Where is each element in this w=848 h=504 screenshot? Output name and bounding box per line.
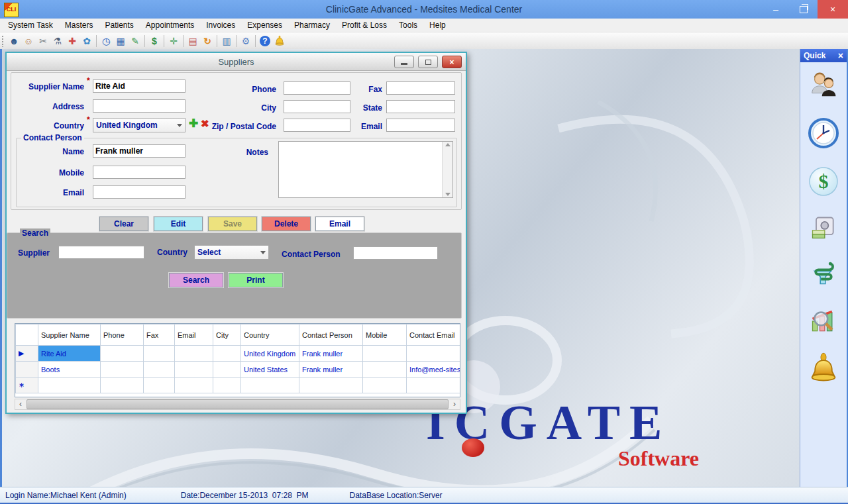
cell-contact-email[interactable] <box>407 378 461 393</box>
help-icon[interactable]: ? <box>260 36 270 46</box>
menu-system-task[interactable]: System Task <box>0 19 59 32</box>
address-input[interactable] <box>93 99 186 113</box>
menu-pharmacy[interactable]: Pharmacy <box>288 19 336 32</box>
dialog-maximize-button[interactable] <box>418 56 438 68</box>
row-selector-cell[interactable] <box>16 362 38 378</box>
pharmacy-bottle-icon[interactable]: ✛ <box>166 34 181 48</box>
cell-email[interactable] <box>175 362 213 378</box>
supplier-name-input[interactable] <box>93 79 186 93</box>
col-header-supplier-name[interactable]: Supplier Name <box>38 325 101 346</box>
row-selector-cell[interactable]: ∗ <box>16 378 38 393</box>
settings-gear-icon[interactable]: ⚙ <box>238 34 253 48</box>
cell-fax[interactable] <box>144 346 175 362</box>
lab-icon[interactable]: ⚗ <box>50 34 65 48</box>
col-header-phone[interactable]: Phone <box>101 325 144 346</box>
patients-icon[interactable] <box>808 70 839 103</box>
reports-analysis-icon[interactable] <box>809 307 838 338</box>
col-header-mobile[interactable]: Mobile <box>363 325 407 346</box>
window-close-button[interactable]: × <box>818 0 848 19</box>
billing-dollar-icon[interactable]: $ <box>808 166 839 200</box>
scroll-down-icon[interactable] <box>445 193 450 196</box>
expense-card-icon[interactable]: ▤ <box>186 34 200 48</box>
calendar-icon[interactable]: ▦ <box>113 34 128 48</box>
state-input[interactable] <box>386 100 455 113</box>
cell-email[interactable] <box>175 346 213 362</box>
window-restore-button[interactable] <box>790 0 818 19</box>
patient-icon[interactable]: ☺ <box>21 34 36 48</box>
cell-city[interactable] <box>213 346 241 362</box>
col-header-contact-person[interactable]: Contact Person <box>299 325 363 346</box>
col-header-city[interactable]: City <box>213 325 241 346</box>
cell-mobile[interactable] <box>363 362 407 378</box>
row-selector-cell[interactable]: ▶ <box>16 346 38 362</box>
notes-textarea[interactable] <box>278 141 453 198</box>
cell-country[interactable] <box>241 378 299 393</box>
report-chart-icon[interactable]: ▥ <box>219 34 234 48</box>
search-contact-person-input[interactable] <box>353 246 438 260</box>
cell-city[interactable] <box>213 378 241 393</box>
scroll-left-icon[interactable]: ‹ <box>15 399 26 409</box>
cell-phone[interactable] <box>101 378 144 393</box>
cell-city[interactable] <box>213 362 241 378</box>
clear-button[interactable]: Clear <box>99 217 148 231</box>
suppliers-dialog-titlebar[interactable]: Suppliers × <box>7 53 466 71</box>
cell-country[interactable]: United Kingdom <box>241 346 299 362</box>
cell-contact-person[interactable] <box>299 378 363 393</box>
col-header-country[interactable]: Country <box>241 325 299 346</box>
menu-help[interactable]: Help <box>423 19 452 32</box>
cell-supplier-name[interactable]: Boots <box>38 362 101 378</box>
contact-mobile-input[interactable] <box>93 166 186 179</box>
menu-tools[interactable]: Tools <box>393 19 423 32</box>
reminder-bell-icon[interactable] <box>272 34 287 48</box>
contact-email-input[interactable] <box>93 185 186 199</box>
search-country-select[interactable]: Select <box>194 245 269 260</box>
grid-horizontal-scrollbar[interactable]: ‹ › <box>15 399 460 410</box>
cell-phone[interactable] <box>101 362 144 378</box>
contact-name-input[interactable] <box>93 144 186 158</box>
col-header-contact-email[interactable]: Contact Email <box>407 325 461 346</box>
cell-contact-person[interactable]: Frank muller <box>299 346 363 362</box>
appointments-clock-icon[interactable]: ◷ <box>99 34 113 48</box>
menu-invoices[interactable]: Invoices <box>200 19 241 32</box>
appointments-clock-icon[interactable] <box>808 117 839 152</box>
cell-fax[interactable] <box>144 378 175 393</box>
cell-mobile[interactable] <box>363 378 407 393</box>
edit-button[interactable]: Edit <box>154 217 203 231</box>
cell-contact-email[interactable]: Info@med-sites.c <box>407 362 461 378</box>
cell-phone[interactable] <box>101 346 144 362</box>
scroll-right-icon[interactable]: › <box>449 399 460 409</box>
toolbar-grip[interactable] <box>1 35 5 47</box>
scrollbar-thumb[interactable] <box>26 399 449 409</box>
refresh-icon[interactable]: ↻ <box>200 34 215 48</box>
cell-fax[interactable] <box>144 362 175 378</box>
notes-scrollbar[interactable] <box>442 142 452 197</box>
col-header-email[interactable]: Email <box>175 325 213 346</box>
menu-patients[interactable]: Patients <box>99 19 140 32</box>
delete-button[interactable]: Delete <box>262 217 311 231</box>
instruments-icon[interactable]: ✂ <box>36 34 50 48</box>
fax-input[interactable] <box>386 81 455 95</box>
save-button[interactable]: Save <box>208 217 257 231</box>
cell-supplier-name[interactable]: Rite Aid <box>38 346 101 362</box>
menu-masters[interactable]: Masters <box>59 19 99 32</box>
search-supplier-input[interactable] <box>58 246 144 259</box>
email-input[interactable] <box>386 119 455 132</box>
menu-expenses[interactable]: Expenses <box>241 19 288 32</box>
menu-appointments[interactable]: Appointments <box>140 19 200 32</box>
payments-dollar-icon[interactable]: $ <box>147 34 162 48</box>
cell-contact-person[interactable]: Frank muller <box>299 362 363 378</box>
window-minimize-button[interactable]: – <box>762 0 790 19</box>
medicine-cross-icon[interactable]: ✚ <box>65 34 80 48</box>
dialog-minimize-button[interactable] <box>394 56 414 68</box>
invoice-edit-icon[interactable]: ✎ <box>128 34 142 48</box>
pharmacy-icon[interactable] <box>808 260 839 293</box>
cell-mobile[interactable] <box>363 346 407 362</box>
quick-panel-close-button[interactable]: × <box>838 50 843 62</box>
menu-profit-loss[interactable]: Profit & Loss <box>336 19 393 32</box>
search-button[interactable]: Search <box>169 273 223 287</box>
scroll-up-icon[interactable] <box>445 143 450 146</box>
email-button[interactable]: Email <box>315 217 364 231</box>
reminders-bell-icon[interactable] <box>809 352 838 387</box>
cell-email[interactable] <box>175 378 213 393</box>
country-select[interactable]: United Kingdom <box>93 118 186 132</box>
